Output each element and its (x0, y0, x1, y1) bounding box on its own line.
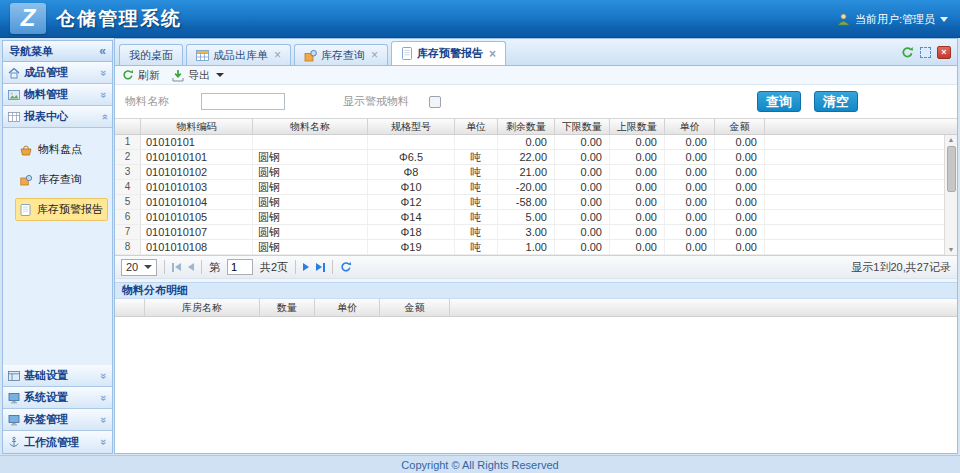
sidebar-group-basic-settings[interactable]: 基础设置 » (3, 365, 112, 387)
chevron-down-icon: » (98, 439, 110, 445)
sidebar-group-workflow-management[interactable]: 工作流管理 » (3, 431, 112, 453)
column-header[interactable]: 数量 (260, 299, 315, 316)
app-logo: Z (10, 3, 46, 34)
group-label: 报表中心 (24, 109, 68, 124)
close-panel-icon[interactable]: × (937, 46, 951, 59)
scrollbar[interactable]: ▲ ▼ (944, 135, 957, 255)
refresh-button[interactable]: 刷新 (122, 68, 160, 83)
tab-finished-outbound[interactable]: 成品出库单 × (186, 44, 291, 65)
panel-toolbar: 刷新 导出 (115, 66, 957, 85)
column-header[interactable]: 剩余数量 (498, 119, 555, 134)
tab-close-icon[interactable]: × (489, 48, 496, 60)
column-header[interactable]: 上限数量 (610, 119, 665, 134)
last-page-button[interactable] (316, 263, 325, 272)
table-row[interactable]: 30101010102圆钢Φ8吨21.000.000.000.000.00 (115, 165, 957, 180)
table-cell: 0101010102 (141, 165, 253, 179)
table-cell (368, 135, 455, 149)
table-row[interactable]: 1010101010.000.000.000.000.00 (115, 135, 957, 150)
sidebar-collapse-icon[interactable]: « (99, 44, 106, 58)
sidebar-item-inventory-query[interactable]: 库存查询 (15, 168, 108, 191)
sidebar-item-inventory-alert-report[interactable]: 库存预警报告 (15, 198, 108, 221)
sidebar-item-material-stocktake[interactable]: 物料盘点 (15, 138, 108, 161)
table-cell: 0.00 (555, 150, 610, 164)
item-label: 物料盘点 (38, 142, 82, 157)
column-header[interactable]: 下限数量 (555, 119, 610, 134)
table-cell: 21.00 (498, 165, 555, 179)
table-row[interactable]: 60101010105圆钢Φ14吨5.000.000.000.000.00 (115, 210, 957, 225)
table-row[interactable]: 80101010108圆钢Φ19吨1.000.000.000.000.00 (115, 240, 957, 255)
row-filler (765, 150, 957, 164)
current-user-label: 当前用户:管理员 (855, 12, 935, 27)
table-row[interactable]: 20101010101圆钢Φ6.5吨22.000.000.000.000.00 (115, 150, 957, 165)
tab-close-icon[interactable]: × (274, 49, 281, 61)
row-number-cell: 8 (115, 240, 141, 254)
window-icon (8, 370, 20, 382)
table-cell: 0101010101 (141, 150, 253, 164)
first-page-button[interactable] (172, 263, 181, 272)
show-alert-checkbox[interactable] (429, 96, 441, 108)
column-header[interactable]: 规格型号 (368, 119, 455, 134)
scrollbar-thumb[interactable] (947, 146, 956, 192)
sidebar-group-label-management[interactable]: 标签管理 » (3, 409, 112, 431)
chevron-down-icon: » (98, 394, 110, 400)
tab-inventory-query[interactable]: 库存查询 × (294, 44, 388, 65)
table-cell: Φ12 (368, 195, 455, 209)
table-row[interactable]: 70101010107圆钢Φ18吨3.000.000.000.000.00 (115, 225, 957, 240)
row-number-cell: 4 (115, 180, 141, 194)
table-row[interactable]: 50101010104圆钢Φ12吨-58.000.000.000.000.00 (115, 195, 957, 210)
column-header[interactable]: 金额 (715, 119, 765, 134)
sidebar-group-system-settings[interactable]: 系统设置 » (3, 387, 112, 409)
table-cell: 0.00 (555, 165, 610, 179)
table-cell: 0.00 (610, 195, 665, 209)
maximize-icon[interactable] (920, 47, 931, 58)
table-cell: 0.00 (715, 150, 765, 164)
pager-refresh-icon[interactable] (340, 261, 352, 273)
export-button[interactable]: 导出 (172, 68, 224, 83)
table-cell: 吨 (455, 150, 498, 164)
scroll-down-icon[interactable]: ▼ (948, 245, 955, 255)
column-header[interactable]: 单价 (315, 299, 380, 316)
page-number-input[interactable] (227, 259, 253, 275)
tab-inventory-alert-report[interactable]: 库存预警报告 × (391, 41, 506, 65)
box-search-icon (304, 49, 317, 62)
table-cell: 吨 (455, 210, 498, 224)
row-filler (765, 180, 957, 194)
column-header[interactable]: 金额 (380, 299, 450, 316)
table-cell: Φ8 (368, 165, 455, 179)
column-header[interactable]: 库房名称 (145, 299, 260, 316)
next-page-button[interactable] (303, 263, 309, 271)
column-header[interactable]: 单价 (665, 119, 715, 134)
table-cell: 0.00 (555, 195, 610, 209)
column-header[interactable]: 物料名称 (253, 119, 368, 134)
table-cell: 圆钢 (253, 165, 368, 179)
table-cell: 0.00 (715, 180, 765, 194)
tab-label: 成品出库单 (213, 48, 268, 63)
page-size-select[interactable]: 20 (121, 259, 157, 276)
row-number-cell: 1 (115, 135, 141, 149)
user-menu[interactable]: 当前用户:管理员 (837, 12, 948, 27)
app-window: Z 仓储管理系统 当前用户:管理员 导航菜单 « 成品管理 » 物料管理 (0, 0, 960, 473)
table-cell: 0.00 (665, 150, 715, 164)
sidebar-group-materials[interactable]: 物料管理 » (3, 84, 112, 106)
material-name-input[interactable] (201, 93, 285, 110)
table-row[interactable]: 40101010103圆钢Φ10吨-20.000.000.000.000.00 (115, 180, 957, 195)
query-button[interactable]: 查询 (757, 91, 801, 112)
header-filler (765, 119, 957, 134)
refresh-tabs-icon[interactable] (901, 46, 914, 59)
box-search-icon (20, 174, 32, 186)
sidebar-group-report-center[interactable]: 报表中心 » (3, 106, 112, 128)
tab-my-desktop[interactable]: 我的桌面 (119, 44, 183, 65)
column-header[interactable]: 单位 (455, 119, 498, 134)
table-cell: 0101010105 (141, 210, 253, 224)
chevron-down-icon: » (98, 91, 110, 97)
group-label: 成品管理 (24, 65, 68, 80)
tab-close-icon[interactable]: × (371, 49, 378, 61)
prev-page-button[interactable] (188, 263, 194, 271)
record-count-summary: 显示1到20,共27记录 (851, 260, 951, 275)
sidebar-group-finished-products[interactable]: 成品管理 » (3, 62, 112, 84)
column-header[interactable]: 物料编码 (141, 119, 253, 134)
table-cell: 圆钢 (253, 180, 368, 194)
scroll-up-icon[interactable]: ▲ (948, 135, 955, 145)
page-size-caret-icon (144, 265, 152, 269)
clear-button[interactable]: 清空 (814, 91, 858, 112)
